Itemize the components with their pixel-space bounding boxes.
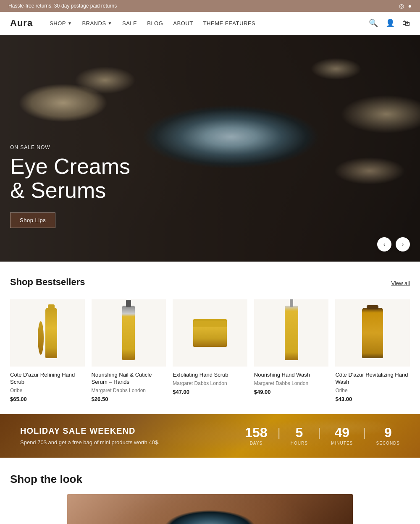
header: Aura SHOP ▼ BRANDS ▼ SALE BLOG ABOUT THE…: [0, 12, 420, 35]
product-price: $65.00: [10, 396, 85, 402]
countdown-seconds-label: SECONDS: [376, 441, 400, 445]
countdown-divider-1: |: [278, 426, 281, 439]
countdown-seconds-number: 9: [376, 426, 400, 439]
product-brand: Margaret Dabbs London: [92, 388, 166, 393]
facebook-icon[interactable]: ●: [408, 3, 412, 9]
search-icon[interactable]: 🔍: [369, 18, 378, 28]
product-price: $43.00: [335, 396, 410, 402]
shop-look-title: Shop the look: [10, 473, 410, 486]
countdown: 158 DAYS | 5 HOURS | 49 MINUTES | 9 SECO…: [245, 426, 400, 446]
countdown-days: 158 DAYS: [245, 426, 267, 445]
carousel-prev-button[interactable]: ‹: [377, 237, 391, 252]
product-image-area: [92, 299, 166, 367]
countdown-days-label: DAYS: [245, 441, 267, 445]
logo[interactable]: Aura: [10, 18, 33, 29]
holiday-text: HOLIDAY SALE WEEKEND Spend 70$ and get a…: [20, 426, 160, 445]
jar-img: [193, 326, 227, 347]
product-image-area: [335, 299, 410, 367]
countdown-hours: 5 HOURS: [291, 426, 308, 445]
product-name: Exfoliating Hand Scrub: [173, 372, 247, 379]
holiday-subtitle: Spend 70$ and get a free bag of mini pro…: [20, 439, 160, 445]
product-image-area: [10, 299, 85, 367]
hero-content: ON SALE NOW Eye Creams & Serums Shop Lip…: [10, 144, 130, 228]
hero-tag: ON SALE NOW: [10, 144, 130, 150]
product-image-area: [254, 299, 329, 367]
countdown-seconds: 9 SECONDS: [376, 426, 400, 445]
countdown-minutes: 49 MINUTES: [331, 426, 353, 445]
holiday-banner: HOLIDAY SALE WEEKEND Spend 70$ and get a…: [0, 414, 420, 458]
view-all-link[interactable]: View all: [391, 280, 410, 286]
instagram-icon[interactable]: ◎: [399, 3, 404, 9]
product-image: [193, 319, 227, 347]
product-card[interactable]: Nourishing Hand Wash Margaret Dabbs Lond…: [254, 299, 329, 402]
holiday-title: HOLIDAY SALE WEEKEND: [20, 426, 160, 436]
shop-look-section: Shop the look +: [0, 458, 420, 524]
cart-icon[interactable]: 🛍: [402, 19, 410, 28]
product-brand: Oribe: [335, 388, 410, 393]
chevron-down-icon: ▼: [68, 21, 72, 26]
countdown-hours-number: 5: [291, 426, 308, 439]
product-image: [362, 308, 383, 358]
product-price: $47.00: [173, 389, 247, 395]
product-image: [38, 308, 57, 358]
product-card[interactable]: Côte D'azur Refining Hand Scrub Oribe $6…: [10, 299, 85, 402]
bestsellers-section: Shop Bestsellers View all Côte D'azur Re…: [0, 262, 420, 414]
countdown-days-number: 158: [245, 426, 267, 439]
header-icons: 🔍 👤 🛍: [369, 18, 410, 28]
product-price: $49.00: [254, 389, 329, 395]
product-name: Nourishing Hand Wash: [254, 372, 329, 379]
golden-bottle-img: [362, 308, 383, 358]
products-grid: Côte D'azur Refining Hand Scrub Oribe $6…: [10, 299, 410, 402]
nav-item-about[interactable]: ABOUT: [173, 20, 193, 26]
product-brand: Oribe: [10, 388, 85, 393]
product-name: Nourishing Nail & Cuticle Serum – Hands: [92, 372, 166, 386]
chevron-down-icon: ▼: [108, 21, 112, 26]
hero-title: Eye Creams & Serums: [10, 155, 130, 202]
countdown-minutes-number: 49: [331, 426, 353, 439]
countdown-divider-3: |: [363, 426, 366, 439]
product-brand: Margaret Dabbs London: [173, 380, 247, 386]
announcement-text: Hassle-free returns. 30-day postage paid…: [8, 3, 117, 9]
product-card[interactable]: Côte D'azur Revitalizing Hand Wash Oribe…: [335, 299, 410, 402]
product-price: $26.50: [92, 396, 166, 402]
product-image: [285, 306, 298, 360]
hero-cta-button[interactable]: Shop Lips: [10, 212, 55, 228]
product-card[interactable]: Nourishing Nail & Cuticle Serum – Hands …: [92, 299, 166, 402]
nav-item-brands[interactable]: BRANDS ▼: [82, 20, 112, 26]
product-brand: Margaret Dabbs London: [254, 380, 329, 386]
countdown-hours-label: HOURS: [291, 441, 308, 445]
pump-img: [285, 306, 298, 360]
product-image: [122, 306, 135, 360]
nav-item-theme-features[interactable]: THEME FEATURES: [203, 20, 256, 26]
nav: SHOP ▼ BRANDS ▼ SALE BLOG ABOUT THEME FE…: [50, 20, 356, 26]
section-header: Shop Bestsellers View all: [10, 277, 410, 288]
carousel-next-button[interactable]: ›: [396, 237, 410, 252]
social-icons: ◎ ●: [399, 3, 412, 9]
product-name: Côte D'azur Refining Hand Scrub: [10, 372, 85, 386]
shop-look-image: +: [67, 494, 353, 524]
product-name: Côte D'azur Revitalizing Hand Wash: [335, 372, 410, 386]
nav-item-blog[interactable]: BLOG: [147, 20, 163, 26]
hero-section: ON SALE NOW Eye Creams & Serums Shop Lip…: [0, 35, 420, 262]
bottle-img: [122, 306, 135, 360]
countdown-divider-2: |: [318, 426, 321, 439]
nav-item-sale[interactable]: SALE: [122, 20, 137, 26]
announcement-bar: Hassle-free returns. 30-day postage paid…: [0, 0, 420, 12]
look-eye-detail: [67, 494, 353, 524]
section-title: Shop Bestsellers: [10, 277, 85, 288]
countdown-minutes-label: MINUTES: [331, 441, 353, 445]
product-image-area: [173, 299, 247, 367]
product-card[interactable]: Exfoliating Hand Scrub Margaret Dabbs Lo…: [173, 299, 247, 402]
account-icon[interactable]: 👤: [386, 18, 395, 28]
tube-img: [45, 308, 57, 358]
nav-item-shop[interactable]: SHOP ▼: [50, 20, 72, 26]
